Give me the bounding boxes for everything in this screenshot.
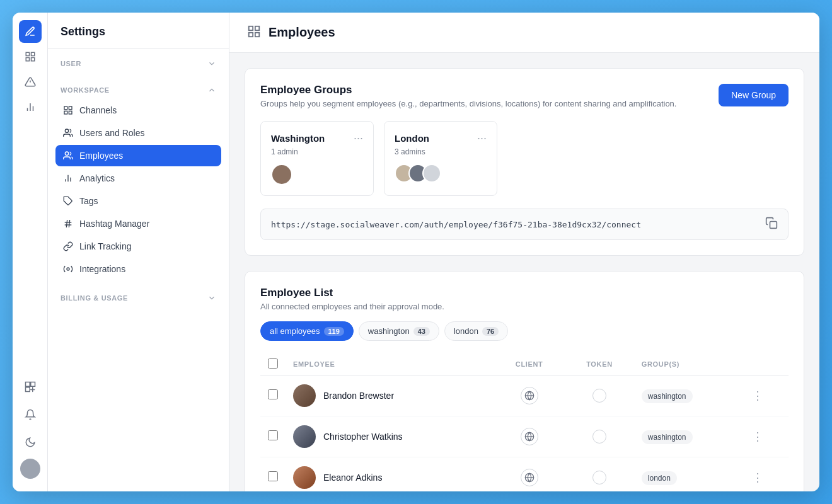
svg-point-26 — [67, 268, 69, 270]
employee-name-1: Brandon Brewster — [323, 391, 394, 401]
row-menu-2[interactable]: ⋮ — [752, 430, 763, 444]
table-row: Christopher Watkins washington ⋮ — [260, 416, 789, 457]
washington-group-menu[interactable]: ··· — [354, 132, 363, 145]
filter-washington-count: 43 — [413, 327, 430, 336]
main-header: Employees — [229, 13, 819, 53]
main-body: Employee Groups Groups help you segment … — [229, 53, 819, 491]
employee-list-desc: All connected employees and their approv… — [260, 302, 789, 311]
sidebar-item-integrations[interactable]: Integrations — [55, 258, 221, 280]
alert-icon[interactable] — [19, 71, 42, 93]
employee-cell-2: Christopher Watkins — [293, 425, 486, 448]
london-avatars — [395, 164, 487, 183]
svg-rect-10 — [30, 382, 35, 387]
employee-groups-header: Employee Groups Groups help you segment … — [260, 84, 789, 121]
table-head: EMPLOYEE CLIENT TOKEN GROUP(S) — [260, 353, 789, 375]
sidebar-item-users-and-roles[interactable]: Users and Roles — [55, 122, 221, 144]
svg-rect-3 — [31, 58, 34, 61]
sidebar-section-user: USER — [48, 49, 229, 76]
sidebar-item-hashtag-manager[interactable]: Hashtag Manager — [55, 213, 221, 234]
filter-all-label: all employees — [270, 326, 320, 336]
sidebar-item-tags[interactable]: Tags — [55, 190, 221, 212]
grid-icon[interactable] — [19, 45, 42, 68]
employee-groups-card: Employee Groups Groups help you segment … — [245, 68, 804, 256]
employee-avatar-3 — [293, 466, 316, 489]
employee-avatar-1 — [293, 384, 316, 407]
svg-rect-30 — [255, 32, 259, 36]
sidebar-item-analytics[interactable]: Analytics — [55, 168, 221, 189]
row-checkbox-3[interactable] — [268, 471, 278, 481]
token-circle-3 — [592, 471, 606, 484]
employee-cell-3: Eleanor Adkins — [293, 466, 486, 489]
washington-avatar-1 — [271, 164, 292, 185]
employee-list-title: Employee List — [260, 287, 789, 299]
copy-icon[interactable] — [765, 217, 778, 232]
svg-line-25 — [69, 220, 69, 227]
sidebar: Settings USER WORKSPACE Channels Users a… — [48, 13, 229, 491]
settings-icon[interactable] — [19, 20, 42, 43]
invite-url-bar: https://stage.socialweaver.com/auth/empl… — [260, 209, 789, 240]
filter-all-employees[interactable]: all employees 119 — [260, 321, 354, 341]
employee-table-body: Brandon Brewster washington ⋮ — [260, 375, 789, 492]
filter-tabs: all employees 119 washington 43 london 7… — [260, 321, 789, 341]
sidebar-item-employees[interactable]: Employees — [55, 145, 221, 166]
employee-groups-desc: Groups help you segment employees (e.g.,… — [260, 99, 676, 108]
token-circle-2 — [592, 430, 606, 444]
employee-groups-title: Employee Groups — [260, 84, 676, 96]
bell-icon[interactable] — [19, 403, 42, 426]
svg-point-16 — [65, 129, 68, 132]
table-row: Brandon Brewster washington ⋮ — [260, 375, 789, 416]
bar-chart-icon[interactable] — [19, 96, 42, 118]
sidebar-item-link-tracking[interactable]: Link Tracking — [55, 236, 221, 257]
sidebar-title: Settings — [48, 13, 229, 49]
group-cards-container: Washington ··· 1 admin London ··· — [260, 121, 789, 196]
london-group-menu[interactable]: ··· — [477, 132, 487, 145]
col-groups: GROUP(S) — [634, 353, 744, 375]
svg-rect-12 — [64, 106, 67, 110]
apps-icon[interactable] — [19, 375, 42, 398]
employees-header-icon — [247, 25, 261, 41]
employee-table: EMPLOYEE CLIENT TOKEN GROUP(S) — [260, 353, 789, 491]
select-all-checkbox[interactable] — [268, 358, 278, 369]
filter-london[interactable]: london 76 — [444, 321, 508, 341]
invite-url-text: https://stage.socialweaver.com/auth/empl… — [271, 220, 641, 229]
sidebar-section-billing: BILLING & USAGE — [48, 284, 229, 310]
svg-rect-11 — [25, 387, 30, 392]
employee-name-2: Christopher Watkins — [323, 432, 403, 442]
new-group-button[interactable]: New Group — [719, 84, 789, 106]
group-badge-3: london — [642, 471, 677, 485]
user-avatar[interactable] — [20, 459, 40, 479]
col-employee: EMPLOYEE — [286, 353, 494, 375]
group-card-washington: Washington ··· 1 admin — [260, 121, 374, 196]
sidebar-item-channels[interactable]: Channels — [55, 100, 221, 121]
filter-washington[interactable]: washington 43 — [359, 321, 439, 341]
employee-cell-1: Brandon Brewster — [293, 384, 486, 407]
svg-rect-29 — [249, 32, 253, 36]
main-content: Employees Employee Groups Groups help yo… — [229, 13, 819, 491]
client-icon-1 — [521, 387, 538, 404]
london-card-header: London ··· — [395, 132, 487, 145]
moon-icon[interactable] — [19, 431, 42, 454]
svg-rect-13 — [69, 106, 72, 110]
filter-london-count: 76 — [482, 327, 499, 336]
svg-point-17 — [65, 152, 68, 155]
row-menu-1[interactable]: ⋮ — [752, 389, 763, 403]
employee-name-3: Eleanor Adkins — [323, 472, 382, 483]
token-circle-1 — [592, 389, 606, 403]
filter-washington-label: washington — [368, 326, 410, 336]
washington-group-name: Washington — [271, 133, 325, 144]
svg-rect-14 — [64, 111, 67, 114]
washington-admins: 1 admin — [271, 147, 363, 156]
london-admins: 3 admins — [395, 147, 487, 156]
main-header-title: Employees — [269, 25, 335, 40]
washington-card-header: Washington ··· — [271, 132, 363, 145]
london-group-name: London — [395, 133, 429, 144]
row-menu-3[interactable]: ⋮ — [752, 471, 763, 484]
group-card-london: London ··· 3 admins — [384, 121, 497, 196]
row-checkbox-1[interactable] — [268, 389, 278, 399]
sidebar-section-workspace: WORKSPACE Channels Users and Roles Emplo… — [48, 76, 229, 284]
svg-rect-2 — [26, 58, 29, 61]
row-checkbox-2[interactable] — [268, 430, 278, 440]
svg-rect-15 — [69, 111, 72, 114]
filter-all-count: 119 — [324, 327, 344, 336]
col-client: CLIENT — [494, 353, 565, 375]
